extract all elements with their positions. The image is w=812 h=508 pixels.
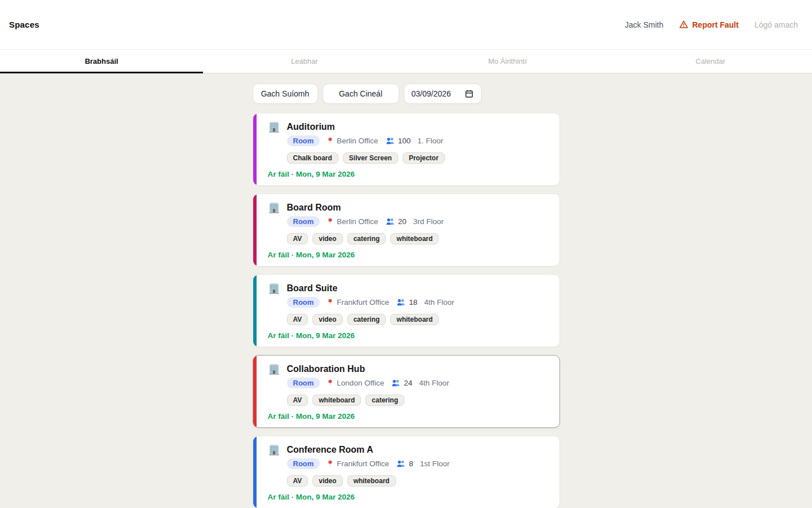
capacity-people-icon [396,298,406,306]
warning-triangle-icon [679,20,689,29]
amenity-tag: catering [365,395,404,406]
card-accent-bar [253,275,257,347]
amenity-tag: video [312,233,342,244]
office-building-icon [268,121,280,146]
amenity-tag: whiteboard [347,475,396,487]
office-building-icon [268,282,280,308]
report-fault-label: Report Fault [692,20,738,29]
room-floor: 3rd Floor [413,217,444,226]
location-pin-icon [326,459,334,468]
amenity-tag: video [312,475,342,487]
amenity-tags: Chalk board Silver Screen Projector [287,152,548,164]
user-name: Jack Smith [625,20,663,29]
location-pin-icon [326,217,334,226]
capacity-people-icon [396,459,406,468]
room-capacity: 20 [398,217,407,226]
amenity-tag: AV [287,475,308,487]
tab-calendar[interactable]: Calendar [609,50,812,73]
location-filter-select[interactable]: Gach Suíomh [253,84,318,104]
office-building-icon [268,363,280,388]
availability-status: Ar fáil · Mon, 9 Mar 2026 [268,412,548,421]
office-building-icon [268,202,280,227]
amenity-tags: AV video catering whiteboard [287,314,548,325]
room-card-conference-room-a[interactable]: Conference Room A Room Frankfurt Office … [253,436,560,508]
room-name: Board Room [287,202,444,214]
card-accent-bar [253,356,257,427]
room-card-auditorium[interactable]: Auditorium Room Berlin Office 100 1. Flo… [253,113,560,186]
office-building-icon [268,444,280,469]
amenity-tag: whiteboard [390,314,439,325]
amenity-tag: AV [287,314,308,325]
room-location: London Office [337,379,384,387]
room-floor: 1. Floor [417,137,443,145]
amenity-tags: AV video whiteboard [287,475,548,487]
availability-status: Ar fáil · Mon, 9 Mar 2026 [268,493,548,501]
room-floor: 1st Floor [420,459,450,468]
amenity-tag: Projector [403,152,445,164]
room-card-board-suite[interactable]: Board Suite Room Frankfurt Office 18 4th… [253,274,560,347]
room-location: Berlin Office [337,217,378,226]
location-pin-icon [326,378,334,388]
room-capacity: 18 [409,298,417,306]
room-card-collaboration-hub[interactable]: Collaboration Hub Room London Office 24 … [253,355,560,428]
tab-brabhsail[interactable]: Brabhsáil [0,50,203,73]
room-capacity: 24 [404,379,412,387]
room-name: Auditorium [287,121,443,133]
amenity-tag: whiteboard [390,233,439,244]
room-name: Collaboration Hub [287,363,449,375]
amenity-tag: Silver Screen [343,152,398,164]
report-fault-button[interactable]: Report Fault [679,20,738,29]
logout-link[interactable]: Lógó amach [754,20,798,29]
app-header: Spaces Jack Smith Report Fault Lógó amac… [0,0,812,50]
amenity-tag: whiteboard [312,395,361,406]
room-location: Frankfurt Office [337,298,389,306]
room-type-badge: Room [287,458,320,469]
amenity-tag: Chalk board [287,152,338,164]
room-location: Berlin Office [337,137,378,145]
filter-row: Gach Suíomh Gach Cineál 03/09/2026 [253,84,560,104]
amenity-tag: AV [287,395,308,406]
main-content: Gach Suíomh Gach Cineál 03/09/2026 Audit… [253,84,560,508]
amenity-tag: catering [347,314,386,325]
type-filter-select[interactable]: Gach Cineál [323,84,399,104]
amenity-tags: AV video catering whiteboard [287,233,548,244]
amenity-tags: AV whiteboard catering [287,395,548,406]
availability-status: Ar fáil · Mon, 9 Mar 2026 [268,331,548,340]
capacity-people-icon [385,137,395,145]
room-floor: 4th Floor [424,298,454,306]
room-type-badge: Room [287,216,320,227]
room-type-badge: Room [287,378,320,388]
date-value: 03/09/2026 [412,89,451,98]
calendar-icon [465,89,474,98]
room-name: Board Suite [287,282,454,295]
amenity-tag: AV [287,233,308,244]
amenity-tag: video [312,314,342,325]
card-accent-bar [253,194,257,266]
amenity-tag: catering [347,233,386,244]
availability-status: Ar fáil · Mon, 9 Mar 2026 [268,251,548,259]
room-capacity: 8 [409,459,413,468]
room-type-badge: Room [287,135,320,146]
room-type-badge: Room [287,297,320,308]
location-pin-icon [326,297,334,307]
room-name: Conference Room A [287,444,450,456]
date-filter-input[interactable]: 03/09/2026 [404,84,482,104]
room-location: Frankfurt Office [337,459,389,468]
card-accent-bar [253,436,257,508]
tab-leabhar[interactable]: Leabhar [203,50,406,73]
location-pin-icon [326,136,334,146]
app-title: Spaces [9,20,39,29]
room-floor: 4th Floor [419,379,449,387]
tab-bar: Brabhsáil Leabhar Mo Áirithintí Calendar [0,50,812,73]
capacity-people-icon [385,217,395,226]
capacity-people-icon [391,379,401,387]
tab-mo-airithinti[interactable]: Mo Áirithintí [406,50,609,73]
availability-status: Ar fáil · Mon, 9 Mar 2026 [268,170,548,178]
room-card-board-room[interactable]: Board Room Room Berlin Office 20 3rd Flo… [253,194,560,266]
card-accent-bar [253,113,257,185]
header-actions: Jack Smith Report Fault Lógó amach [625,20,798,29]
room-capacity: 100 [398,137,411,145]
